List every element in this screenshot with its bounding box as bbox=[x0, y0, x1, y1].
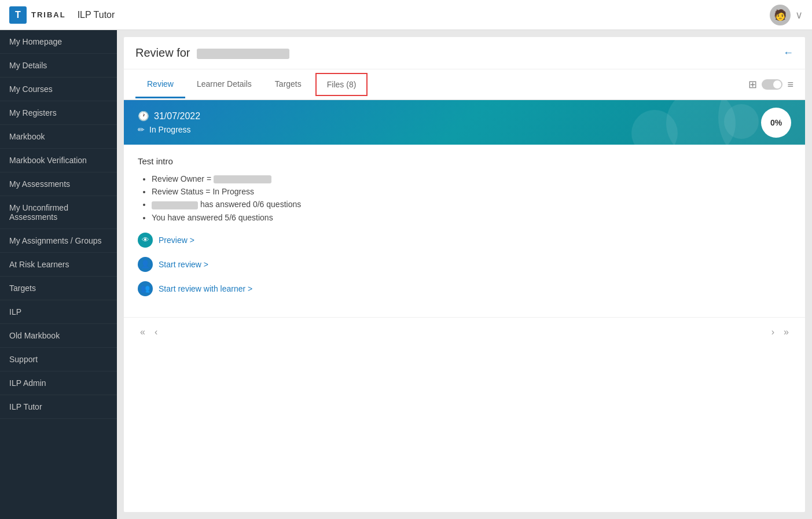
pagination-next-button[interactable]: › bbox=[767, 325, 779, 340]
user-avatar[interactable]: 🧑 bbox=[770, 5, 791, 25]
pencil-icon: ✏ bbox=[138, 125, 145, 134]
view-toggle: ⊞ ≡ bbox=[748, 78, 793, 91]
start-review-learner-link[interactable]: 👥 Start review with learner > bbox=[138, 281, 791, 296]
start-review-learner-label: Start review with learner > bbox=[159, 284, 252, 293]
owner-name-blurred bbox=[214, 175, 271, 183]
start-review-label: Start review > bbox=[159, 260, 208, 269]
banner-decoration bbox=[396, 100, 805, 145]
bullet-list: Review Owner = Review Status = In Progre… bbox=[138, 174, 791, 222]
sidebar-item-my-courses[interactable]: My Courses bbox=[0, 78, 117, 101]
sidebar-item-ilp-tutor[interactable]: ILP Tutor bbox=[0, 395, 117, 419]
tab-files[interactable]: Files (8) bbox=[315, 73, 368, 96]
pagination-prev-button[interactable]: ‹ bbox=[150, 325, 162, 340]
banner-status: ✏ In Progress bbox=[138, 125, 200, 134]
sidebar-item-ilp-admin[interactable]: ILP Admin bbox=[0, 371, 117, 395]
pagination-first-button[interactable]: « bbox=[135, 325, 150, 340]
bullet-owner: Review Owner = bbox=[152, 174, 791, 183]
sidebar-item-my-details[interactable]: My Details bbox=[0, 54, 117, 78]
sidebar-item-my-assessments[interactable]: My Assessments bbox=[0, 172, 117, 196]
pagination-last-button[interactable]: » bbox=[779, 325, 793, 340]
sidebar-item-my-homepage[interactable]: My Homepage bbox=[0, 30, 117, 54]
list-view-icon[interactable]: ≡ bbox=[787, 79, 793, 91]
review-banner: 🕐 31/07/2022 ✏ In Progress 0% bbox=[124, 100, 805, 145]
learner-name-blurred bbox=[152, 201, 198, 209]
sidebar-item-my-registers[interactable]: My Registers bbox=[0, 101, 117, 125]
review-title-text: Review for bbox=[135, 46, 190, 59]
grid-view-icon[interactable]: ⊞ bbox=[748, 78, 757, 91]
sidebar-item-markbook-verification[interactable]: Markbook Verification bbox=[0, 149, 117, 172]
preview-icon: 👁 bbox=[138, 233, 153, 248]
review-title: Review for bbox=[135, 46, 783, 60]
review-learner-name bbox=[197, 49, 289, 59]
start-review-icon: 👤 bbox=[138, 257, 153, 272]
view-toggle-switch[interactable] bbox=[762, 79, 782, 90]
banner-info: 🕐 31/07/2022 ✏ In Progress bbox=[138, 111, 200, 134]
bullet-status: Review Status = In Progress bbox=[152, 187, 791, 196]
sidebar: My Homepage My Details My Courses My Reg… bbox=[0, 30, 117, 519]
start-review-link[interactable]: 👤 Start review > bbox=[138, 257, 791, 272]
pagination: « ‹ › » bbox=[124, 317, 805, 347]
tab-review[interactable]: Review bbox=[135, 71, 185, 98]
start-review-learner-icon: 👥 bbox=[138, 281, 153, 296]
tab-targets[interactable]: Targets bbox=[263, 71, 313, 98]
brand-name: TRIBAL bbox=[31, 10, 66, 19]
tabs-bar: Review Learner Details Targets Files (8)… bbox=[124, 69, 805, 100]
sidebar-item-my-assignments-groups[interactable]: My Assignments / Groups bbox=[0, 229, 117, 253]
review-body: Test intro Review Owner = Review Status … bbox=[124, 145, 805, 317]
app-title: ILP Tutor bbox=[78, 10, 115, 20]
sidebar-item-markbook[interactable]: Markbook bbox=[0, 125, 117, 149]
sidebar-item-support[interactable]: Support bbox=[0, 348, 117, 371]
banner-date-value: 31/07/2022 bbox=[154, 111, 200, 122]
section-intro: Test intro bbox=[138, 156, 791, 166]
logo-box: T bbox=[9, 6, 27, 24]
sidebar-item-old-markbook[interactable]: Old Markbook bbox=[0, 324, 117, 348]
tab-learner-details[interactable]: Learner Details bbox=[185, 71, 263, 98]
banner-date: 🕐 31/07/2022 bbox=[138, 111, 200, 122]
banner-status-value: In Progress bbox=[149, 125, 191, 134]
sidebar-item-targets[interactable]: Targets bbox=[0, 277, 117, 300]
main-layout: My Homepage My Details My Courses My Reg… bbox=[0, 30, 812, 519]
content-area: Review for ← Review Learner Details Targ… bbox=[117, 30, 812, 519]
review-panel: Review for ← Review Learner Details Targ… bbox=[124, 37, 805, 512]
bullet-learner-answered: has answered 0/6 questions bbox=[152, 200, 791, 209]
header-chevron-icon[interactable]: ∨ bbox=[795, 9, 803, 21]
review-header: Review for ← bbox=[124, 37, 805, 69]
preview-label: Preview > bbox=[159, 235, 194, 245]
preview-link[interactable]: 👁 Preview > bbox=[138, 233, 791, 248]
top-header: T TRIBAL ILP Tutor 🧑 ∨ bbox=[0, 0, 812, 30]
back-button[interactable]: ← bbox=[783, 47, 793, 59]
clock-icon: 🕐 bbox=[138, 111, 149, 122]
sidebar-item-my-unconfirmed-assessments[interactable]: My Unconfirmed Assessments bbox=[0, 196, 117, 229]
sidebar-item-ilp[interactable]: ILP bbox=[0, 300, 117, 324]
sidebar-item-at-risk-learners[interactable]: At Risk Learners bbox=[0, 253, 117, 277]
bullet-you-answered: You have answered 5/6 questions bbox=[152, 213, 791, 222]
banner-percent: 0% bbox=[761, 108, 791, 138]
